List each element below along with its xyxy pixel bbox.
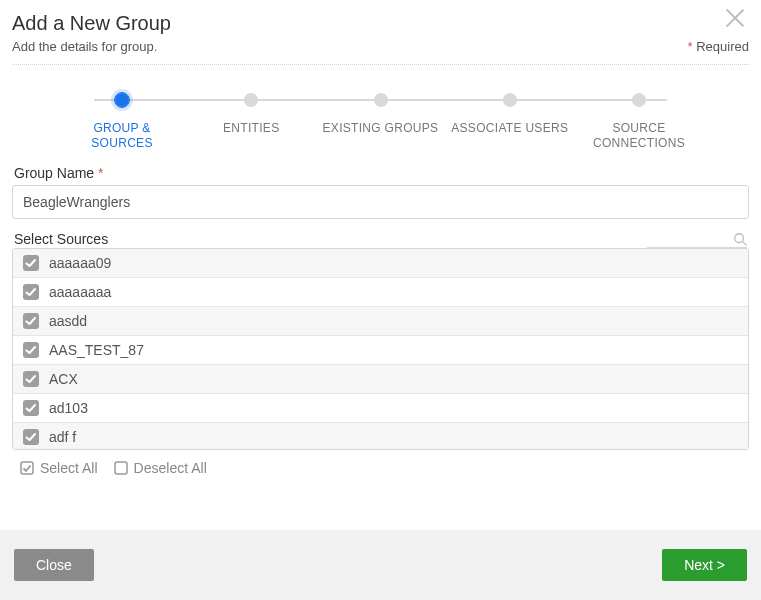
deselect-all-icon: [114, 461, 128, 475]
checkbox-icon[interactable]: [23, 284, 39, 300]
source-item-label: ACX: [49, 371, 78, 387]
wizard-step-label: ENTITIES: [223, 121, 279, 136]
checkbox-icon[interactable]: [23, 342, 39, 358]
wizard-dot: [374, 93, 388, 107]
group-name-input[interactable]: [12, 185, 749, 219]
required-word: Required: [696, 39, 749, 54]
wizard-step[interactable]: ASSOCIATE USERS: [450, 93, 570, 151]
source-item[interactable]: ACX: [13, 365, 748, 394]
next-button[interactable]: Next >: [662, 549, 747, 581]
deselect-all-button[interactable]: Deselect All: [114, 460, 207, 476]
svg-rect-10: [115, 462, 127, 474]
search-icon[interactable]: [733, 232, 747, 246]
source-item-label: aaaaaa09: [49, 255, 111, 271]
source-list[interactable]: aaaaaa09aaaaaaaaaasddAAS_TEST_87ACXad103…: [13, 249, 748, 449]
wizard-dot: [632, 93, 646, 107]
select-all-icon: [20, 461, 34, 475]
close-button[interactable]: Close: [14, 549, 94, 581]
required-asterisk: *: [688, 39, 693, 54]
wizard-step[interactable]: GROUP & SOURCES: [62, 93, 182, 151]
source-item[interactable]: AAS_TEST_87: [13, 336, 748, 365]
dialog: Add a New Group Add the details for grou…: [0, 0, 761, 488]
svg-line-1: [743, 242, 747, 246]
source-item-label: ad103: [49, 400, 88, 416]
wizard-dot: [503, 93, 517, 107]
wizard-step[interactable]: EXISTING GROUPS: [321, 93, 441, 151]
wizard-step[interactable]: ENTITIES: [191, 93, 311, 151]
select-sources-label: Select Sources: [14, 231, 108, 247]
checkbox-icon[interactable]: [23, 313, 39, 329]
wizard-dot: [244, 93, 258, 107]
checkbox-icon[interactable]: [23, 371, 39, 387]
checkbox-icon[interactable]: [23, 400, 39, 416]
source-item[interactable]: aaaaaa09: [13, 249, 748, 278]
group-name-label: Group Name *: [14, 165, 747, 181]
wizard-step-label: SOURCE CONNECTIONS: [579, 121, 699, 151]
source-item[interactable]: ad103: [13, 394, 748, 423]
dialog-title: Add a New Group: [12, 12, 749, 35]
divider: [12, 64, 749, 65]
wizard-dot: [115, 93, 129, 107]
source-item[interactable]: aasdd: [13, 307, 748, 336]
source-item-label: aaaaaaaa: [49, 284, 111, 300]
close-icon[interactable]: [723, 6, 747, 30]
required-note: * Required: [688, 39, 749, 54]
source-list-container: aaaaaa09aaaaaaaaaasddAAS_TEST_87ACXad103…: [12, 248, 749, 450]
bulk-actions: Select All Deselect All: [12, 450, 749, 488]
wizard-step-label: EXISTING GROUPS: [323, 121, 439, 136]
checkbox-icon[interactable]: [23, 255, 39, 271]
dialog-subtitle: Add the details for group.: [12, 39, 157, 54]
dialog-footer: Close Next >: [0, 530, 761, 600]
wizard-step-label: GROUP & SOURCES: [62, 121, 182, 151]
source-item-label: adf f: [49, 429, 76, 445]
source-item-label: aasdd: [49, 313, 87, 329]
wizard-step[interactable]: SOURCE CONNECTIONS: [579, 93, 699, 151]
wizard: GROUP & SOURCESENTITIESEXISTING GROUPSAS…: [62, 93, 699, 151]
sources-header: Select Sources: [14, 231, 747, 247]
wizard-step-label: ASSOCIATE USERS: [451, 121, 568, 136]
subtitle-row: Add the details for group. * Required: [12, 39, 749, 54]
svg-rect-9: [21, 462, 33, 474]
checkbox-icon[interactable]: [23, 429, 39, 445]
source-item[interactable]: adf f: [13, 423, 748, 449]
source-item[interactable]: aaaaaaaa: [13, 278, 748, 307]
select-all-button[interactable]: Select All: [20, 460, 98, 476]
source-item-label: AAS_TEST_87: [49, 342, 144, 358]
